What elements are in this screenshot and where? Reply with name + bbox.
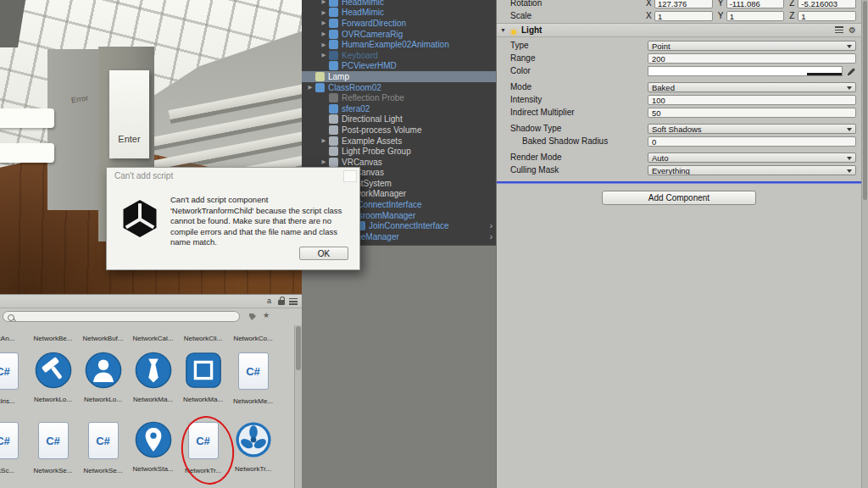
inspector-scrollbar[interactable] <box>861 0 868 488</box>
gameobject-icon <box>329 0 338 7</box>
shadow-type-dropdown[interactable]: Soft Shadows <box>648 124 856 134</box>
assembly-letter-icon[interactable]: a <box>267 297 271 305</box>
prefab-open-arrow[interactable]: › <box>490 232 492 241</box>
asset-networkma[interactable]: NetworkMa... <box>178 351 228 405</box>
csharp-icon: C# <box>0 352 23 395</box>
scrollbar-thumb[interactable] <box>296 326 301 370</box>
asset-networklo[interactable]: NetworkLo... <box>28 351 78 405</box>
presets-icon[interactable] <box>835 26 843 34</box>
gameobject-icon <box>329 93 338 103</box>
add-component-button[interactable]: Add Component <box>602 191 756 205</box>
baked-shadow-radius-input[interactable]: 0 <box>648 136 856 147</box>
asset-networkse[interactable]: C#NetworkSe... <box>28 420 78 474</box>
gameobject-label: PCVieverHMD <box>342 61 397 70</box>
csharp-icon: C# <box>84 422 123 464</box>
inspector-row-shadow-type: Shadow TypeSoft Shadows <box>497 123 861 134</box>
asset-orksc[interactable]: C#orkSc... <box>0 420 28 474</box>
axis-y-label: Y <box>718 11 726 20</box>
expand-arrow-icon[interactable]: ▶ <box>319 9 329 16</box>
foldout-arrow-icon[interactable]: ▼ <box>500 27 509 33</box>
asset-label: NetworkBuf... <box>78 335 128 342</box>
culling-mask-dropdown[interactable]: Everything <box>648 165 856 175</box>
search-input[interactable] <box>3 311 240 322</box>
asset-networkse[interactable]: C#NetworkSe... <box>78 420 128 474</box>
scale-x-input[interactable]: 1 <box>654 11 713 21</box>
asset-orkins[interactable]: C#orkIns... <box>0 351 28 405</box>
scale-z-input[interactable]: 1 <box>798 11 856 21</box>
ok-button[interactable]: OK <box>299 247 348 260</box>
hierarchy-item-forwarddirection[interactable]: ▶ForwardDirection <box>302 18 496 29</box>
menu-icon[interactable] <box>289 298 298 305</box>
expand-arrow-icon[interactable]: ▶ <box>319 0 329 5</box>
asset-orkan[interactable]: orkAn... <box>0 332 28 342</box>
expand-arrow-icon[interactable]: ▶ <box>319 42 329 48</box>
prefab-open-arrow[interactable]: › <box>490 221 492 230</box>
expand-arrow-icon[interactable]: ▶ <box>305 84 315 91</box>
hierarchy-item-humanexample02animation[interactable]: ▶HumanExample02Animation <box>302 39 496 50</box>
hierarchy-item-directional-light[interactable]: Directional Light <box>302 114 496 125</box>
pin-icon <box>134 420 173 463</box>
asset-networkme[interactable]: C#NetworkMe... <box>228 351 278 405</box>
project-scrollbar[interactable] <box>294 325 302 488</box>
hierarchy-item-classroom02[interactable]: ▶ClassRoom02 <box>302 82 496 93</box>
gameobject-label: Keyboard <box>342 51 378 60</box>
hierarchy-item-headmimic[interactable]: ▶HeadMimic <box>302 0 496 8</box>
asset-networkcli[interactable]: NetworkCli... <box>178 332 228 342</box>
hierarchy-item-light-probe-group[interactable]: Light Probe Group <box>302 146 496 157</box>
hierarchy-item-reflection-probe[interactable]: Reflection Probe <box>302 92 496 103</box>
intensity-input[interactable]: 100 <box>648 95 856 105</box>
csharp-icon: C# <box>234 352 273 395</box>
asset-grid-row: orkAn...NetworkBe...NetworkBuf...Network… <box>0 332 294 342</box>
scrollbar-thumb[interactable] <box>863 1 867 200</box>
type-dropdown[interactable]: Point <box>648 41 856 51</box>
vr-text-field[interactable] <box>0 143 54 163</box>
hierarchy-item-lamp[interactable]: Lamp <box>302 71 496 82</box>
color-color-swatch[interactable] <box>648 66 843 76</box>
vr-text-field[interactable] <box>0 108 54 128</box>
empty-panel-area <box>302 245 496 488</box>
mode-dropdown[interactable]: Baked <box>648 82 856 92</box>
render-mode-dropdown[interactable]: Auto <box>648 152 856 163</box>
asset-networkbuf[interactable]: NetworkBuf... <box>78 332 128 342</box>
scale-y-input[interactable]: 1 <box>726 11 785 21</box>
enter-panel[interactable]: Enter <box>109 70 149 158</box>
expand-arrow-icon[interactable]: ▶ <box>319 19 329 26</box>
gear-icon[interactable]: ⚙ <box>849 26 856 35</box>
tie-icon <box>134 351 173 393</box>
asset-networkbe[interactable]: NetworkBe... <box>28 332 78 342</box>
axis-x-label: X <box>646 11 654 20</box>
favorites-icon[interactable]: ★ <box>263 311 270 319</box>
asset-networkcal[interactable]: NetworkCal... <box>128 332 178 342</box>
expand-arrow-icon[interactable]: ▶ <box>319 52 329 58</box>
hierarchy-item-headmimic[interactable]: ▶HeadMimic <box>302 8 496 19</box>
indirect-multiplier-input[interactable]: 50 <box>648 108 856 118</box>
expand-arrow-icon[interactable]: ▶ <box>319 158 329 165</box>
rotation-x-input[interactable]: 127.376 <box>654 0 713 8</box>
asset-networklo[interactable]: NetworkLo... <box>78 351 128 405</box>
expand-arrow-icon[interactable]: ▶ <box>319 30 329 37</box>
hierarchy-item-example-assets[interactable]: ▶Example Assets <box>302 136 496 147</box>
label-filter-icon[interactable] <box>249 313 256 320</box>
rotation-z-input[interactable]: -5.216003 <box>798 0 856 8</box>
hierarchy-item-post-process-volume[interactable]: Post-process Volume <box>302 125 496 136</box>
hierarchy-item-keyboard[interactable]: ▶Keyboard <box>302 50 496 61</box>
hierarchy-item-pcvieverhmd[interactable]: PCVieverHMD <box>302 61 496 72</box>
expand-arrow-icon[interactable]: ▶ <box>319 137 329 144</box>
hierarchy-item-ovrcamerarig[interactable]: ▶OVRCameraRig <box>302 29 496 40</box>
gameobject-label: VRCanvas <box>342 158 382 167</box>
asset-networkco[interactable]: NetworkCo... <box>228 332 278 342</box>
asset-networkma[interactable]: NetworkMa... <box>128 351 178 405</box>
asset-grid-row: C#orkIns...NetworkLo...NetworkLo...Netwo… <box>0 351 294 405</box>
dialog-close-button[interactable] <box>343 170 357 182</box>
hierarchy-item-vrcanvas[interactable]: ▶VRCanvas <box>302 157 496 168</box>
light-component-header[interactable]: ▼ Light ⚙ <box>497 23 861 37</box>
asset-networksta[interactable]: NetworkSta... <box>128 420 178 474</box>
lock-icon[interactable] <box>278 300 285 305</box>
rotation-y-input[interactable]: -111.086 <box>726 0 785 8</box>
hierarchy-item-sfera02[interactable]: sfera02 <box>302 103 496 114</box>
hammer-icon <box>34 351 73 393</box>
eyedropper-icon[interactable] <box>846 66 856 76</box>
asset-networktr[interactable]: NetworkTr... <box>228 420 278 474</box>
project-toolbar: a <box>0 295 302 308</box>
range-input[interactable]: 200 <box>648 53 856 64</box>
